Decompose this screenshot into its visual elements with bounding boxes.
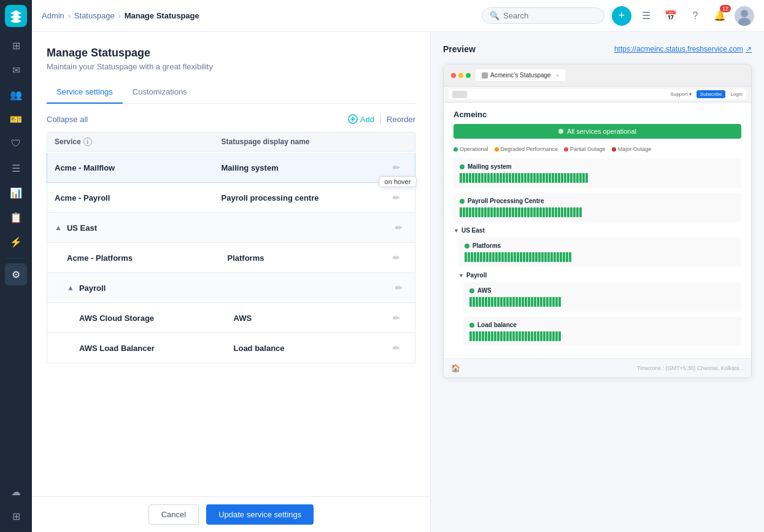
sp-bar	[533, 173, 536, 183]
sp-bar	[472, 173, 474, 183]
dot-red	[451, 73, 456, 78]
sp-bar	[543, 297, 546, 307]
sp-service-lb-header: Load balance	[469, 322, 735, 328]
edit-button-payroll-group[interactable]: ✏	[390, 279, 407, 296]
sidebar-icon-shield[interactable]: 🛡	[5, 133, 27, 155]
breadcrumb-statuspage[interactable]: Statuspage	[74, 11, 115, 20]
sub-group-name-payroll: Payroll	[79, 283, 390, 293]
edit-button-platforms[interactable]: ✏	[388, 249, 405, 266]
sidebar-icon-contacts[interactable]: 👥	[5, 83, 27, 106]
sp-nav-subscribe[interactable]: Subscribe	[696, 90, 726, 98]
sp-group-us-east-toggle[interactable]: ▼	[453, 228, 459, 234]
sidebar-icon-inbox[interactable]: ✉	[5, 59, 27, 81]
collapse-all-link[interactable]: Collapse all	[47, 115, 88, 124]
action-buttons: Add | Reorder	[348, 114, 415, 125]
sp-bar	[560, 252, 562, 262]
sidebar-icon-home[interactable]: ⊞	[5, 34, 27, 56]
sp-bar	[537, 297, 539, 307]
statuspage-content: Acmeinc All services operational Operati…	[444, 102, 751, 358]
sp-bar	[527, 207, 530, 217]
sp-bar	[473, 331, 475, 341]
tasks-button[interactable]: ☰	[636, 6, 656, 26]
sidebar-icon-grid[interactable]: ⊞	[5, 505, 27, 527]
sidebar-icon-menu[interactable]: ☰	[5, 157, 27, 179]
sp-footer-tz: Timezone : (GMT+5:30) Chennai, Kolkata..…	[637, 365, 744, 371]
sp-nav-support[interactable]: Support ▾	[671, 91, 692, 97]
search-box[interactable]: 🔍	[482, 7, 604, 24]
sp-bar	[531, 297, 533, 307]
tab-customizations[interactable]: Customizations	[123, 81, 197, 104]
legend-operational: Operational	[453, 146, 488, 152]
sp-service-mailing-header: Mailing system	[460, 163, 735, 170]
sp-bar	[519, 297, 521, 307]
sp-bar	[492, 252, 495, 262]
group-toggle-us-east[interactable]: ▲	[55, 223, 62, 232]
sp-bar	[487, 207, 490, 217]
breadcrumb-current: Manage Statuspage	[125, 11, 199, 20]
sp-bar	[524, 207, 527, 217]
preview-link[interactable]: https://acmeinc.status.freshservice.com …	[614, 45, 752, 53]
browser-toolbar: Acmeinc's Statuspage ×	[444, 64, 751, 87]
sidebar-icon-book[interactable]: 📋	[5, 206, 27, 228]
sp-bar	[546, 331, 549, 341]
help-button[interactable]: ?	[685, 6, 705, 26]
info-icon: i	[83, 137, 92, 146]
sp-bar	[546, 173, 548, 183]
notifications-button[interactable]: 🔔 12	[710, 6, 730, 26]
sp-bar	[558, 331, 561, 341]
sp-bar	[509, 297, 512, 307]
sp-service-mailing-dot	[460, 164, 465, 169]
sidebar-icon-apps[interactable]: ⚡	[5, 231, 27, 253]
tab-close[interactable]: ×	[556, 72, 559, 79]
sp-bar	[530, 207, 533, 217]
calendar-button[interactable]: 📅	[661, 6, 681, 26]
sp-bar	[549, 207, 551, 217]
group-name-us-east: US East	[67, 223, 390, 233]
legend-dot-partial	[564, 147, 568, 152]
edit-button-mailflow[interactable]: ✏	[388, 159, 405, 176]
sp-subgroup-payroll-toggle[interactable]: ▼	[458, 272, 464, 279]
edit-button-payroll[interactable]: ✏	[388, 189, 405, 206]
breadcrumb-sep1: ›	[68, 12, 71, 20]
sp-bar	[558, 297, 561, 307]
sidebar-icon-tickets[interactable]: 🎫	[5, 108, 27, 130]
sp-bar	[576, 173, 579, 183]
browser-tab[interactable]: Acmeinc's Statuspage ×	[476, 69, 565, 81]
sp-bar	[469, 207, 471, 217]
sidebar-icon-cloud[interactable]: ☁	[5, 480, 27, 503]
left-panel: Manage Statuspage Maintain your Statuspa…	[32, 32, 431, 532]
sidebar-icon-settings[interactable]: ⚙	[5, 263, 27, 285]
sp-service-lb-name: Load balance	[477, 322, 517, 328]
sub-nested-row-aws-cloud: AWS Cloud Storage AWS ✏	[47, 303, 415, 333]
search-input[interactable]	[503, 11, 589, 20]
sp-bar	[554, 252, 556, 262]
sp-bar	[549, 331, 552, 341]
reorder-btn[interactable]: Reorder	[387, 115, 415, 124]
sp-footer: 🏠 Timezone : (GMT+5:30) Chennai, Kolkata…	[444, 358, 751, 377]
add-button[interactable]: +	[612, 6, 631, 26]
sidebar-icon-chart[interactable]: 📊	[5, 182, 27, 204]
tab-service-settings[interactable]: Service settings	[47, 81, 123, 104]
add-btn[interactable]: Add	[348, 114, 374, 124]
legend-degraded: Degraded Performance	[495, 146, 558, 152]
sp-bar	[479, 331, 481, 341]
avatar[interactable]	[735, 6, 754, 26]
edit-button-us-east[interactable]: ✏	[390, 219, 407, 236]
sp-bar	[552, 331, 555, 341]
sub-group-toggle-payroll[interactable]: ▲	[67, 283, 74, 292]
logo[interactable]	[5, 5, 27, 27]
sp-bar	[585, 173, 588, 183]
edit-button-aws-lb[interactable]: ✏	[388, 339, 405, 357]
col-service-header: Service i	[55, 137, 222, 146]
sp-service-mailing-bars	[460, 173, 735, 183]
sp-nav-login[interactable]: Login	[730, 91, 743, 97]
breadcrumb-admin[interactable]: Admin	[42, 11, 64, 20]
sp-nav-inner: Support ▾ Subscribe Login	[449, 89, 746, 99]
save-button[interactable]: Update service settings	[206, 504, 314, 525]
edit-button-aws-cloud[interactable]: ✏	[388, 309, 405, 326]
sp-bar	[477, 252, 479, 262]
sp-service-payroll-bars	[460, 207, 735, 217]
cancel-button[interactable]: Cancel	[149, 504, 199, 525]
sp-bar	[463, 173, 465, 183]
sp-bar	[476, 331, 478, 341]
